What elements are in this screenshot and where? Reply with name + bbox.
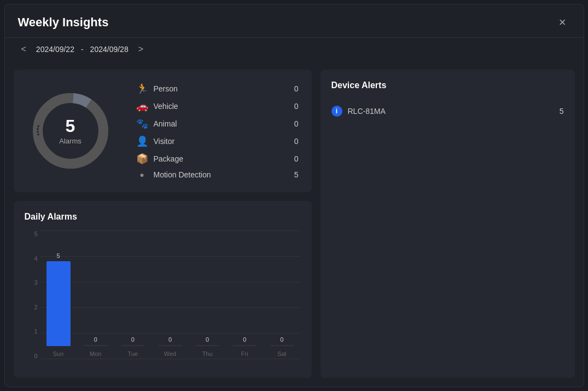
modal-body: 5 Alarms 🏃 Person 0 bbox=[5, 61, 584, 387]
alert-row-motion: ● Motion Detection 5 bbox=[136, 170, 299, 179]
device-count: 5 bbox=[560, 107, 564, 116]
visitor-icon: 👤 bbox=[136, 135, 148, 147]
bar-friday-top-label: 0 bbox=[243, 336, 246, 343]
bar-tuesday-bottom: Tue bbox=[128, 350, 138, 357]
bar-sunday-top-label: 5 bbox=[57, 252, 60, 259]
bar-thursday-bar bbox=[195, 345, 219, 346]
person-count: 0 bbox=[288, 84, 299, 93]
summary-card: 5 Alarms 🏃 Person 0 bbox=[14, 70, 312, 192]
alert-row-animal: 🐾 Animal 0 bbox=[136, 118, 299, 130]
alert-row-package: 📦 Package 0 bbox=[136, 153, 299, 165]
bar-monday: 0 Mon bbox=[77, 336, 114, 357]
bar-tuesday: 0 Tue bbox=[114, 336, 152, 357]
bar-monday-bar bbox=[84, 345, 108, 346]
modal-title: Weekly Insights bbox=[18, 15, 109, 30]
bar-sunday-bar bbox=[46, 261, 71, 346]
daily-alarms-card: Daily Alarms 0 1 2 3 4 5 bbox=[14, 201, 312, 378]
package-count: 0 bbox=[288, 154, 299, 163]
bar-saturday-bottom: Sat bbox=[277, 350, 287, 357]
bar-monday-top-label: 0 bbox=[94, 336, 97, 343]
device-name: RLC-81MA bbox=[348, 107, 386, 116]
alert-row-visitor: 👤 Visitor 0 bbox=[136, 135, 299, 147]
date-navigation: < 2024/09/22 - 2024/09/28 > bbox=[5, 38, 584, 61]
alert-row-vehicle: 🚗 Vehicle 0 bbox=[136, 100, 299, 112]
visitor-label: Visitor bbox=[154, 137, 175, 146]
bar-sunday: 5 Sun bbox=[40, 252, 77, 357]
chart-area: 0 1 2 3 4 5 bbox=[25, 231, 301, 370]
bar-thursday: 0 Thu bbox=[189, 336, 226, 357]
bar-saturday-top-label: 0 bbox=[280, 336, 283, 343]
next-week-button[interactable]: > bbox=[135, 43, 147, 55]
prev-week-button[interactable]: < bbox=[18, 43, 30, 55]
bar-saturday-bar bbox=[270, 345, 294, 346]
left-panel: 5 Alarms 🏃 Person 0 bbox=[14, 70, 312, 378]
bar-wednesday-bar bbox=[158, 345, 182, 346]
donut-chart: 5 Alarms bbox=[27, 87, 114, 175]
bar-tuesday-top-label: 0 bbox=[131, 336, 135, 343]
motion-icon: ● bbox=[136, 170, 148, 179]
person-label: Person bbox=[154, 84, 178, 93]
vehicle-label: Vehicle bbox=[154, 102, 178, 111]
motion-count: 5 bbox=[288, 170, 299, 179]
bar-wednesday-top-label: 0 bbox=[168, 336, 172, 343]
bar-wednesday-bottom: Wed bbox=[164, 350, 176, 357]
date-end: 2024/09/28 bbox=[90, 45, 129, 54]
bar-thursday-top-label: 0 bbox=[206, 336, 209, 343]
total-alarms-number: 5 bbox=[59, 117, 81, 135]
bar-friday-bar bbox=[232, 345, 257, 346]
date-separator: - bbox=[81, 45, 84, 54]
bar-monday-bottom: Mon bbox=[90, 350, 101, 357]
vehicle-icon: 🚗 bbox=[136, 100, 148, 112]
daily-alarms-title: Daily Alarms bbox=[25, 212, 301, 222]
alert-types-list: 🏃 Person 0 🚗 Vehicle 0 bbox=[136, 83, 299, 179]
date-start: 2024/09/22 bbox=[36, 45, 74, 54]
donut-center: 5 Alarms bbox=[59, 117, 81, 145]
device-info-icon: i bbox=[331, 106, 342, 117]
device-alerts-panel: Device Alerts i RLC-81MA 5 bbox=[321, 70, 575, 378]
device-alerts-title: Device Alerts bbox=[331, 81, 564, 90]
bar-friday-bottom: Fri bbox=[241, 350, 248, 357]
close-button[interactable]: × bbox=[555, 14, 570, 31]
animal-label: Animal bbox=[154, 119, 177, 128]
bar-friday: 0 Fri bbox=[226, 336, 263, 357]
person-icon: 🏃 bbox=[136, 83, 148, 95]
modal-header: Weekly Insights × bbox=[5, 4, 584, 38]
motion-label: Motion Detection bbox=[154, 170, 211, 179]
alert-row-person: 🏃 Person 0 bbox=[136, 83, 299, 95]
device-row-rlc81ma: i RLC-81MA 5 bbox=[331, 101, 564, 121]
vehicle-count: 0 bbox=[288, 102, 299, 111]
animal-count: 0 bbox=[288, 119, 299, 128]
package-label: Package bbox=[154, 154, 183, 163]
bar-tuesday-bar bbox=[121, 345, 145, 346]
total-alarms-label: Alarms bbox=[59, 137, 81, 145]
animal-icon: 🐾 bbox=[136, 118, 148, 130]
bar-thursday-bottom: Thu bbox=[202, 350, 213, 357]
bar-sunday-bottom: Sun bbox=[53, 350, 64, 357]
bar-wednesday: 0 Wed bbox=[152, 336, 189, 357]
package-icon: 📦 bbox=[136, 153, 148, 165]
weekly-insights-modal: Weekly Insights × < 2024/09/22 - 2024/09… bbox=[4, 4, 584, 387]
visitor-count: 0 bbox=[288, 137, 299, 146]
bar-saturday: 0 Sat bbox=[263, 336, 300, 357]
